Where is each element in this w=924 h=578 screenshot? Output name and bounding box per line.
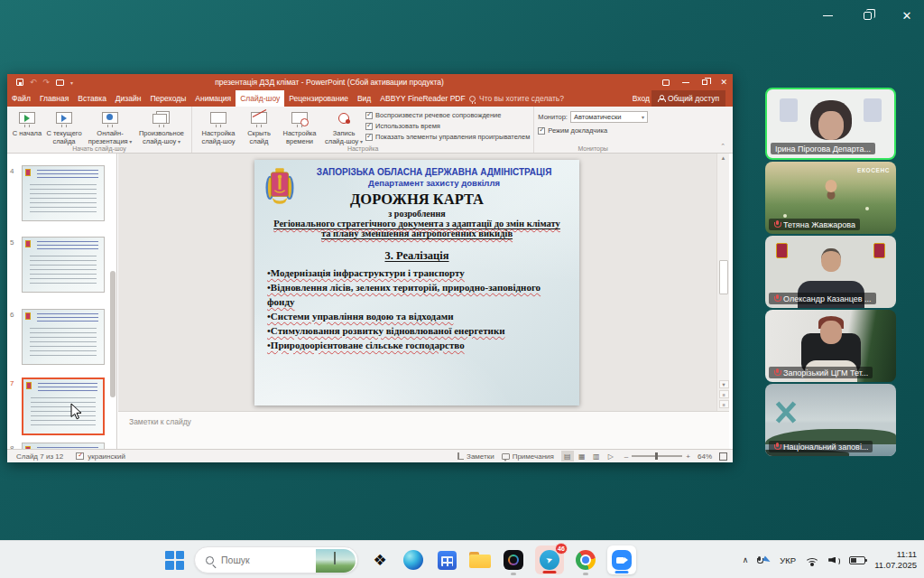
start-button[interactable] xyxy=(165,551,184,570)
present-online-button[interactable]: Онлайн-презентация xyxy=(85,108,135,145)
wifi-icon[interactable] xyxy=(805,555,819,565)
check-play-narrations[interactable]: Воспроизвести речевое сопровождение xyxy=(365,111,530,119)
monitor-dropdown[interactable]: Автоматически▾ xyxy=(570,111,648,123)
zoom-app-icon[interactable] xyxy=(607,545,636,574)
battery-icon[interactable] xyxy=(849,556,865,564)
zoom-knob[interactable] xyxy=(655,452,658,460)
tab-slideshow[interactable]: Слайд-шоу xyxy=(236,90,284,107)
dropbox-icon[interactable]: ❖ xyxy=(368,548,392,572)
editor-vertical-scrollbar[interactable]: ▲ ▼ ≡ ≡ xyxy=(716,154,729,411)
minimize-icon[interactable] xyxy=(819,7,836,23)
custom-slideshow-button[interactable]: Произвольное слайд-шоу xyxy=(135,108,188,145)
notes-toggle-button[interactable]: Заметки xyxy=(457,452,494,461)
slide-bullet: •Системи управління водою та відходами xyxy=(267,310,567,324)
mic-muted-icon xyxy=(773,443,781,452)
scroll-down-icon[interactable]: ▼ xyxy=(719,380,729,388)
tab-review[interactable]: Рецензирование xyxy=(284,90,353,107)
restore-icon[interactable] xyxy=(859,7,875,23)
setup-slideshow-button[interactable]: Настройка слайд-шоу xyxy=(196,108,241,145)
participant-video-reserve[interactable]: Національний запові... xyxy=(765,384,896,456)
rehearse-timings-button[interactable]: Настройка времени xyxy=(277,108,322,145)
sign-in-button[interactable]: Вход xyxy=(633,90,650,107)
webex-icon[interactable] xyxy=(502,548,525,572)
language-switcher[interactable]: УКР xyxy=(780,555,796,565)
window-title: презентація ДЗД клімат - PowerPoint (Сбо… xyxy=(7,78,651,87)
mic-muted-icon xyxy=(773,368,781,378)
background-emblem xyxy=(776,243,788,258)
telegram-icon[interactable]: ➤ 46 xyxy=(535,545,564,574)
calendar-app-icon[interactable] xyxy=(435,548,458,572)
slide-department: Департамент захисту довкілля xyxy=(296,178,572,188)
notes-placeholder: Заметки к слайду xyxy=(129,417,729,426)
normal-view-icon[interactable]: ▤ xyxy=(561,451,574,461)
participant-video-tetyana[interactable]: ЕКОСЕНС Тетяна Жавжарова xyxy=(765,162,896,234)
collapse-ribbon-icon[interactable]: ⌃ xyxy=(720,143,725,150)
group-label-setup: Настройка xyxy=(192,145,533,152)
zoom-in-icon[interactable]: + xyxy=(686,452,690,461)
file-explorer-icon[interactable] xyxy=(468,548,492,572)
notes-pane[interactable]: Заметки к слайду xyxy=(118,411,729,449)
next-slide-icon[interactable]: ≡ xyxy=(719,400,729,408)
tab-home[interactable]: Главная xyxy=(35,90,73,107)
tab-file[interactable]: Файл xyxy=(7,90,35,107)
check-show-media-controls[interactable]: Показать элементы управления проигрывате… xyxy=(365,133,530,141)
search-icon xyxy=(206,556,214,564)
system-tray: ∧ УКР 11:11 11.07.2025 xyxy=(743,541,917,578)
reading-view-icon[interactable]: ▥ xyxy=(590,451,603,461)
from-beginning-button[interactable]: С начала xyxy=(11,108,43,138)
participant-video-zcgm[interactable]: Запорізький ЦГМ Тет... xyxy=(765,310,896,382)
tab-view[interactable]: Вид xyxy=(353,90,375,107)
ppt-minimize-icon[interactable] xyxy=(682,82,689,83)
tray-overflow-icon[interactable]: ∧ xyxy=(743,555,749,564)
clock-datetime[interactable]: 11:11 11.07.2025 xyxy=(874,549,917,572)
ppt-close-icon[interactable]: ✕ xyxy=(720,78,727,87)
thumbnail-scrollbar[interactable] xyxy=(110,271,116,397)
tab-animations[interactable]: Анимация xyxy=(190,90,236,107)
search-input[interactable] xyxy=(221,555,304,565)
zoom-percentage[interactable]: 64% xyxy=(698,452,712,461)
ribbon-display-icon[interactable] xyxy=(662,79,670,86)
monitor-label: Монитор: xyxy=(538,113,568,121)
check-use-timings[interactable]: Использовать время xyxy=(365,122,530,130)
ecosens-watermark: ЕКОСЕНС xyxy=(857,167,890,173)
thumbnail-image xyxy=(22,309,105,365)
mic-location-indicators[interactable] xyxy=(757,556,771,564)
previous-slide-icon[interactable]: ≡ xyxy=(719,390,729,398)
tab-insert[interactable]: Вставка xyxy=(73,90,111,107)
chrome-icon[interactable] xyxy=(574,548,597,572)
record-show-icon xyxy=(333,110,355,129)
participant-video-iryna[interactable]: Ірина Пірогова Департа... xyxy=(765,88,896,160)
slide-counter: Слайд 7 из 12 xyxy=(16,452,63,461)
thumbnail-image xyxy=(22,237,105,293)
slide-canvas[interactable]: ЗАПОРІЗЬКА ОБЛАСНА ДЕРЖАВНА АДМІНІСТРАЦІ… xyxy=(254,160,579,406)
spellcheck-icon[interactable] xyxy=(76,452,84,460)
ribbon-group-setup: Настройка слайд-шоу Скрыть слайд Настрой… xyxy=(192,107,534,153)
hide-slide-button[interactable]: Скрыть слайд xyxy=(241,108,277,145)
lightbulb-icon xyxy=(469,96,476,102)
from-current-slide-button[interactable]: С текущего слайда xyxy=(43,108,85,145)
scrollbar-thumb[interactable] xyxy=(719,260,728,294)
zoom-track[interactable] xyxy=(632,455,682,457)
slide-sorter-icon[interactable]: ▦ xyxy=(576,451,588,461)
edge-browser-icon[interactable] xyxy=(402,548,425,572)
fit-to-window-icon[interactable] xyxy=(719,452,727,461)
tab-design[interactable]: Дизайн xyxy=(111,90,146,107)
tab-abbyy[interactable]: ABBYY FineReader PDF xyxy=(375,90,469,107)
record-slideshow-button[interactable]: Запись слайд-шоу xyxy=(322,108,365,145)
zoom-out-icon[interactable]: – xyxy=(624,452,628,461)
tab-transitions[interactable]: Переходы xyxy=(145,90,190,107)
volume-icon[interactable] xyxy=(828,555,840,565)
share-button[interactable]: Общий доступ xyxy=(651,90,725,107)
participant-video-oleksandr[interactable]: Олександр Казанцев ... xyxy=(765,236,896,308)
language-indicator[interactable]: украинский xyxy=(88,452,125,461)
taskbar-search-box[interactable] xyxy=(194,546,358,573)
comments-toggle-button[interactable]: Примечания xyxy=(502,452,554,461)
online-presentation-icon xyxy=(99,110,121,129)
slideshow-view-icon[interactable]: ▷ xyxy=(605,451,617,461)
close-icon[interactable]: ✕ xyxy=(899,7,915,23)
ppt-restore-icon[interactable] xyxy=(702,79,707,85)
thumbnail-image xyxy=(22,378,105,435)
tell-me-box[interactable]: Что вы хотите сделать? xyxy=(469,90,564,107)
scroll-up-icon[interactable]: ▲ xyxy=(717,155,729,161)
check-presenter-view[interactable]: Режим докладчика xyxy=(538,126,607,135)
